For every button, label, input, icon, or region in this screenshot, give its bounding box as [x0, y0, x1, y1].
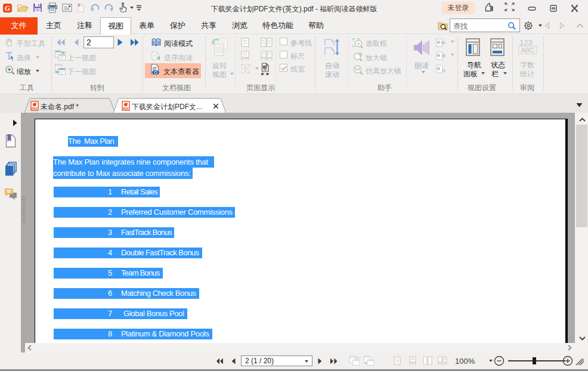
svg-text:PDF: PDF	[32, 107, 38, 110]
svg-text:PDF: PDF	[123, 107, 129, 110]
